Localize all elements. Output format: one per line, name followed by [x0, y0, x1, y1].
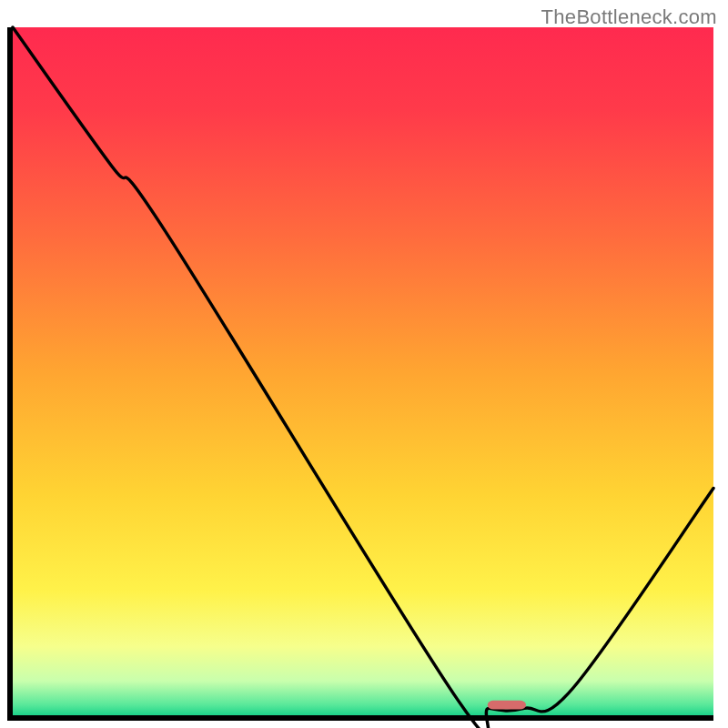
chart-plot-area [13, 27, 713, 715]
chart-overlay [13, 27, 713, 715]
bottleneck-curve [13, 27, 713, 728]
watermark-text: TheBottleneck.com [541, 5, 717, 29]
optimum-marker [488, 701, 526, 710]
